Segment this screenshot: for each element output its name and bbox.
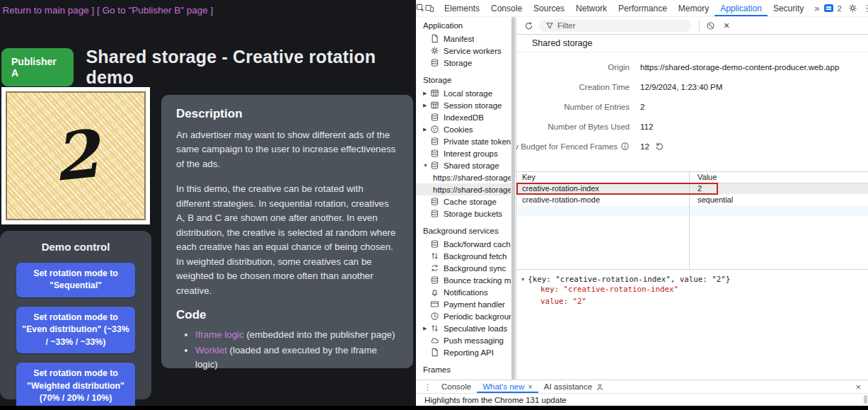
window-bottom-edge [0, 406, 868, 410]
more-tabs-icon[interactable]: » [809, 3, 824, 13]
meta-row-bytes-used: Number of Bytes Used 112 [516, 120, 868, 132]
issues-counter[interactable]: 2 [824, 4, 841, 13]
whats-new-content: Highlights from the Chrome 131 update [416, 394, 868, 406]
drawer-tab-whats-new[interactable]: What's new × [477, 380, 538, 393]
tab-console[interactable]: Console [485, 0, 528, 16]
sidebar-item-shared-storage-origin-2[interactable]: https://shared-storage... [416, 183, 511, 195]
sidebar-item-interest-groups[interactable]: Interest groups [416, 147, 511, 159]
sidebar-item-local-storage[interactable]: ▶Local storage [416, 87, 511, 99]
sidebar-item-push-messaging[interactable]: Push messaging [416, 334, 511, 346]
publisher-b-link[interactable]: Go to "Publisher B" page [103, 5, 208, 16]
sidebar-item-bounce-tracking[interactable]: Bounce tracking miti... [416, 274, 511, 286]
gear-icon [430, 46, 439, 55]
code-list-item: Iframe logic (embedded into the publishe… [195, 328, 398, 342]
filter-input[interactable]: Filter [539, 20, 691, 32]
sidebar-item-periodic-background-sync[interactable]: Periodic backgroun... [416, 310, 511, 322]
tab-performance[interactable]: Performance [613, 0, 673, 16]
set-sequential-button[interactable]: Set rotation mode to "Sequential" [16, 263, 135, 297]
sidebar-item-indexeddb[interactable]: IndexedDB [416, 111, 511, 123]
worklet-link[interactable]: Worklet [195, 345, 227, 355]
tab-network[interactable]: Network [570, 0, 613, 16]
expand-arrow-icon[interactable]: ▶ [423, 91, 430, 96]
sidebar-item-cache-storage[interactable]: Cache storage [416, 195, 511, 207]
drawer-close-icon[interactable]: × [848, 382, 868, 392]
sidebar-item-storage-buckets[interactable]: Storage buckets [416, 207, 511, 220]
close-tab-icon[interactable]: × [528, 382, 532, 391]
metadata-section: Origin https://shared-storage-demo-conte… [516, 52, 868, 171]
sidebar-item-background-sync[interactable]: Background sync [416, 262, 511, 274]
sidebar-item-manifest[interactable]: Manifest [416, 33, 511, 45]
reset-icon[interactable] [655, 142, 664, 151]
database-icon [430, 149, 439, 158]
clock-icon [430, 312, 439, 321]
sidebar-item-shared-storage[interactable]: ▼Shared storage [416, 159, 511, 171]
sidebar-item-back-forward-cache[interactable]: Back/forward cache [416, 238, 511, 250]
sidebar-item-background-fetch[interactable]: Background fetch [416, 250, 511, 262]
info-icon[interactable] [620, 142, 630, 151]
collapse-arrow-icon[interactable]: ▼ [521, 277, 524, 283]
sidebar-section-background-services: Background services [416, 220, 511, 238]
drawer-tab-console[interactable]: Console [436, 380, 477, 393]
sidebar-item-session-storage[interactable]: ▶Session storage [416, 99, 511, 111]
column-header-value[interactable]: Value [689, 173, 717, 181]
tab-elements[interactable]: Elements [439, 0, 485, 16]
database-icon [430, 161, 439, 170]
sidebar-item-private-state-tokens[interactable]: Private state tokens [416, 135, 511, 147]
creative-frame: 2 [1, 87, 150, 224]
refresh-icon[interactable] [523, 20, 534, 31]
description-paragraph: An advertiser may want to show different… [176, 128, 398, 171]
devtools-body: Application Manifest Service workers Sto… [416, 17, 868, 380]
table-icon [430, 89, 439, 98]
scrollbar-thumb[interactable] [511, 17, 515, 380]
sidebar-item-shared-storage-origin-1[interactable]: https://shared-storage... [416, 171, 511, 183]
settings-gear-icon[interactable] [848, 0, 857, 16]
drawer-scrollbar-thumb[interactable] [864, 395, 867, 404]
sidebar-item-storage[interactable]: Storage [416, 57, 511, 69]
sidebar-section-frames: Frames [416, 358, 511, 377]
device-toolbar-icon[interactable] [425, 0, 434, 16]
sidebar-item-payment-handler[interactable]: Payment handler [416, 298, 511, 310]
clear-all-icon[interactable] [705, 20, 716, 31]
sidebar-section-application: Application [416, 18, 511, 33]
cookie-icon [430, 125, 439, 134]
expand-arrow-icon[interactable]: ▶ [423, 127, 430, 132]
bell-icon [430, 287, 439, 297]
meta-row-entropy-budget: Entropy Budget for Fenced Frames 12 [516, 140, 868, 152]
column-divider[interactable] [689, 172, 690, 269]
sidebar-item-notifications[interactable]: Notifications [416, 286, 511, 298]
sidebar-item-reporting-api[interactable]: Reporting API [416, 346, 511, 358]
sidebar-item-cookies[interactable]: ▶Cookies [416, 123, 511, 135]
set-weighted-distribution-button[interactable]: Set rotation mode to "Weighted distribut… [16, 363, 135, 409]
return-main-link[interactable]: Return to main page [3, 5, 89, 16]
person-icon [596, 382, 604, 391]
expand-arrow-icon[interactable]: ▶ [423, 103, 430, 108]
expand-arrow-icon[interactable]: ▶ [423, 326, 430, 331]
tab-sources[interactable]: Sources [528, 0, 570, 16]
drawer-tab-ai-assistance[interactable]: AI assistance [538, 380, 610, 393]
delete-selected-icon[interactable]: × [721, 20, 732, 31]
table-row-creative-rotation-index[interactable]: creative-rotation-index 2 [516, 183, 868, 195]
collapse-arrow-icon[interactable]: ▼ [423, 163, 430, 168]
set-even-distribution-button[interactable]: Set rotation mode to "Even distribution"… [16, 307, 135, 353]
issues-count: 2 [837, 4, 841, 13]
preview-object-summary[interactable]: ▼ {key: "creative-rotation-index", value… [521, 275, 868, 284]
sidebar-item-service-workers[interactable]: Service workers [416, 45, 511, 57]
publisher-page: [ Return to main page ] [ Go to "Publish… [0, 0, 416, 406]
tab-memory[interactable]: Memory [673, 0, 714, 16]
sidebar-item-speculative-loads[interactable]: ▶Speculative loads [416, 322, 511, 334]
table-icon [430, 101, 439, 110]
description-panel: Description An advertiser may want to sh… [161, 95, 413, 368]
drawer-menu-icon[interactable]: ⋮ [419, 382, 436, 392]
table-row-creative-rotation-mode[interactable]: creative-rotation-mode sequential [516, 194, 868, 205]
inspect-element-icon[interactable] [416, 0, 425, 16]
iframe-logic-link[interactable]: Iframe logic [195, 329, 244, 340]
tab-security[interactable]: Security [768, 0, 809, 16]
tab-application[interactable]: Application [714, 0, 768, 16]
code-list: Iframe logic (embedded into the publishe… [195, 328, 398, 372]
page-nav: [ Return to main page ] [ Go to "Publish… [1, 5, 213, 16]
column-header-key[interactable]: Key [516, 173, 689, 181]
kebab-menu-icon[interactable]: ⋮ [857, 3, 868, 13]
sidebar-scrollbar[interactable] [511, 17, 516, 380]
devtools-tabbar: Elements Console Sources Network Perform… [416, 0, 868, 17]
cloud-icon [430, 336, 439, 345]
